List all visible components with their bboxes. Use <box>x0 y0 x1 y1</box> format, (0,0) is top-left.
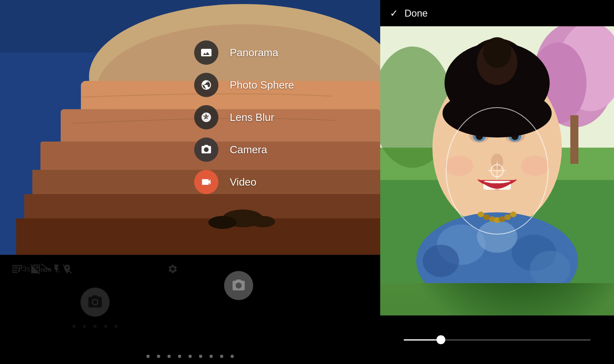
portrait-background <box>380 26 614 315</box>
mode-item-panorama[interactable]: Panorama <box>194 36 294 69</box>
mdot-8 <box>220 355 223 358</box>
right-header: ✓ Done <box>380 0 614 26</box>
shutter-button-middle[interactable] <box>224 271 253 300</box>
middle-viewfinder: Panorama Photo Sphere <box>0 0 380 255</box>
blur-slider-thumb[interactable] <box>436 335 445 344</box>
mode-menu: Panorama Photo Sphere <box>194 36 294 198</box>
mdot-4 <box>178 355 181 358</box>
photo-sphere-svg-icon <box>201 79 212 91</box>
middle-camera-panel: Panorama Photo Sphere <box>0 0 380 364</box>
middle-camera-shutter-icon <box>231 278 246 293</box>
middle-shutter-row <box>0 255 380 300</box>
camera-mode-label: Camera <box>230 144 267 156</box>
mdot-7 <box>210 355 213 358</box>
portrait-viewfinder <box>380 26 614 315</box>
blur-slider-track[interactable] <box>404 339 591 341</box>
lens-blur-svg-icon <box>201 112 212 123</box>
mode-item-photo-sphere[interactable]: Photo Sphere <box>194 69 294 101</box>
mdot-1 <box>146 355 150 358</box>
focus-reticle <box>491 164 504 177</box>
camera-mode-svg-icon <box>201 144 212 155</box>
blur-slider-container <box>404 339 591 341</box>
mdot-5 <box>188 355 192 358</box>
right-portrait-panel: ✓ Done <box>380 0 614 364</box>
mdot-3 <box>167 355 171 358</box>
video-mode-icon-circle <box>194 170 218 194</box>
face-detection-circle <box>446 107 548 235</box>
right-controls <box>380 315 614 364</box>
panorama-svg-icon <box>201 47 212 58</box>
mdot-6 <box>199 355 202 358</box>
middle-rock-svg <box>0 0 380 255</box>
svg-point-43 <box>483 37 511 68</box>
lens-blur-mode-label: Lens Blur <box>230 111 274 124</box>
panorama-mode-icon-circle <box>194 40 218 65</box>
svg-point-30 <box>251 216 275 227</box>
done-check-icon: ✓ <box>390 8 398 19</box>
svg-rect-27 <box>16 218 380 255</box>
video-mode-svg-icon <box>201 176 212 188</box>
mdot-2 <box>157 355 160 358</box>
middle-dots-row <box>0 355 380 358</box>
mode-item-camera[interactable]: Camera <box>194 133 294 166</box>
mode-item-lens-blur[interactable]: Lens Blur <box>194 101 294 133</box>
svg-point-29 <box>208 216 237 229</box>
svg-point-60 <box>423 245 459 277</box>
mdot-9 <box>231 355 234 358</box>
done-button-label[interactable]: Done <box>404 8 428 19</box>
photo-sphere-mode-label: Photo Sphere <box>230 79 294 91</box>
svg-rect-37 <box>570 115 578 164</box>
mode-item-video[interactable]: Video <box>194 166 294 198</box>
middle-bottom-toolbar <box>0 255 380 364</box>
video-mode-label: Video <box>230 176 256 188</box>
camera-mode-icon-circle <box>194 138 218 162</box>
panorama-mode-label: Panorama <box>230 47 278 59</box>
photo-sphere-icon-circle <box>194 73 218 97</box>
lens-blur-icon-circle <box>194 105 218 129</box>
blur-slider-filled <box>404 339 441 341</box>
